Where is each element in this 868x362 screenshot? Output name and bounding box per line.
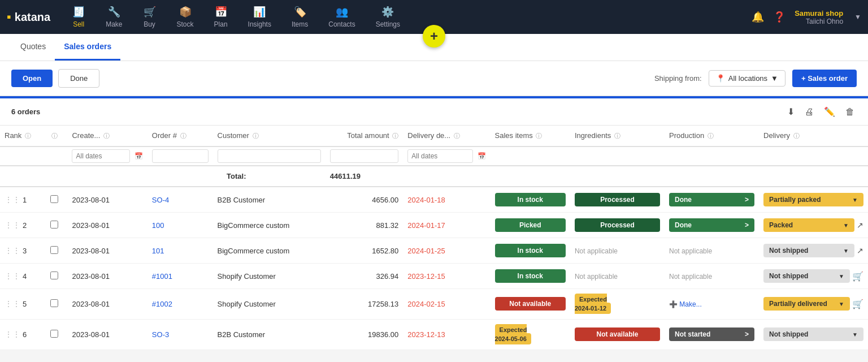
- row-order[interactable]: #1002: [147, 289, 213, 320]
- delivery-calendar-icon[interactable]: 📅: [478, 152, 486, 160]
- row-order[interactable]: SO-3: [147, 319, 213, 350]
- help-icon[interactable]: ❓: [773, 11, 785, 23]
- download-icon[interactable]: ⬇: [785, 104, 797, 119]
- production-not-started-btn[interactable]: Not started >: [669, 327, 754, 341]
- order-link[interactable]: 100: [152, 221, 164, 230]
- created-calendar-icon[interactable]: 📅: [134, 152, 143, 160]
- delivery-date-value: 2024-01-17: [407, 221, 445, 230]
- nav-contacts[interactable]: 👥 Contacts: [318, 1, 365, 33]
- row-production: Not applicable: [665, 264, 759, 289]
- row-order[interactable]: 101: [147, 238, 213, 264]
- bell-icon[interactable]: 🔔: [752, 11, 764, 23]
- shop-info[interactable]: Samurai shop Taiichi Ohno: [795, 9, 843, 25]
- open-filter-button[interactable]: Open: [11, 70, 53, 87]
- delete-icon[interactable]: 🗑: [843, 105, 857, 119]
- delivery-status-btn[interactable]: Not shipped ▼: [763, 269, 850, 283]
- print-icon[interactable]: 🖨: [802, 105, 816, 119]
- delivery-status-btn[interactable]: Packed ▼: [763, 218, 854, 232]
- order-link[interactable]: 101: [152, 247, 164, 255]
- nav-insights[interactable]: 📊 Insights: [238, 1, 281, 33]
- delivery-arrow-icon: ▼: [852, 197, 858, 203]
- order-link[interactable]: #1002: [152, 300, 172, 308]
- created-info-icon[interactable]: ⓘ: [103, 132, 110, 139]
- contacts-icon: 👥: [336, 6, 348, 18]
- col-header-info: ⓘ: [46, 126, 68, 146]
- drag-handle[interactable]: ⋮⋮: [5, 272, 20, 281]
- delivery-status-info-icon[interactable]: ⓘ: [793, 132, 800, 139]
- row-ingredients: Processed: [570, 213, 665, 238]
- tab-quotes[interactable]: Quotes: [11, 34, 55, 61]
- shop-chevron-icon[interactable]: ▼: [854, 13, 861, 21]
- nav-stock[interactable]: 📦 Stock: [167, 1, 204, 33]
- nav-items-menu[interactable]: 🏷️ Items: [281, 1, 318, 33]
- tab-sales-orders[interactable]: Sales orders: [55, 34, 120, 61]
- delivery-status-btn[interactable]: Not shipped ▼: [763, 327, 863, 341]
- created-date-filter[interactable]: [72, 149, 129, 163]
- row-order[interactable]: 100: [147, 213, 213, 238]
- delivery-status-btn[interactable]: Partially delivered ▼: [763, 297, 850, 311]
- location-dropdown[interactable]: 📍 All locations ▼: [709, 70, 785, 87]
- nav-sell[interactable]: 🧾 Sell: [62, 1, 96, 33]
- total-empty-2: [46, 166, 68, 187]
- nav-plan[interactable]: 📅 Plan: [204, 1, 238, 33]
- row-rank: 3: [23, 247, 27, 255]
- production-done-btn[interactable]: Done >: [669, 193, 754, 206]
- nav-make[interactable]: 🔧 Make: [96, 1, 132, 33]
- ingredients-info-icon[interactable]: ⓘ: [614, 132, 620, 139]
- ingredients-badge: Expected2024-01-12: [575, 294, 611, 314]
- row-amount: 1652.80: [326, 238, 403, 264]
- nav-buy[interactable]: 🛒 Buy: [133, 1, 167, 33]
- production-info-icon[interactable]: ⓘ: [708, 132, 714, 139]
- drag-handle[interactable]: ⋮⋮: [5, 195, 20, 204]
- nav-settings[interactable]: ⚙️ Settings: [366, 1, 410, 33]
- drag-handle-cell: ⋮⋮1: [0, 187, 46, 213]
- row-checkbox[interactable]: [50, 221, 58, 229]
- filter-delivery-status: [759, 146, 868, 166]
- drag-handle[interactable]: ⋮⋮: [5, 221, 20, 230]
- row-delivery-date: 2024-01-25: [403, 238, 490, 264]
- add-button[interactable]: +: [423, 25, 445, 48]
- edit-icon[interactable]: ✏️: [822, 104, 837, 119]
- row-delivery-date: 2024-01-18: [403, 187, 490, 213]
- amount-filter[interactable]: [330, 149, 399, 163]
- delivery-date-info-icon[interactable]: ⓘ: [454, 132, 460, 139]
- sales-info-icon[interactable]: ⓘ: [536, 132, 542, 139]
- row-production: Not started >: [665, 319, 759, 350]
- row-checkbox[interactable]: [50, 195, 58, 203]
- delivery-status-btn[interactable]: Not shipped ▼: [763, 244, 854, 257]
- table-row: ⋮⋮52023-08-01#1002Shopify Customer17258.…: [0, 289, 868, 320]
- row-info-icon[interactable]: ⓘ: [51, 132, 58, 139]
- row-checkbox[interactable]: [50, 330, 58, 338]
- row-order[interactable]: #1001: [147, 264, 213, 289]
- row-order[interactable]: SO-4: [147, 187, 213, 213]
- drag-handle[interactable]: ⋮⋮: [5, 299, 20, 308]
- delivery-date-filter[interactable]: [407, 149, 472, 163]
- order-filter[interactable]: [152, 149, 209, 163]
- drag-handle[interactable]: ⋮⋮: [5, 330, 20, 339]
- order-link[interactable]: #1001: [152, 272, 172, 281]
- export-icon: ↗: [857, 221, 863, 230]
- row-checkbox[interactable]: [50, 272, 58, 279]
- order-info-icon[interactable]: ⓘ: [180, 132, 186, 139]
- row-checkbox[interactable]: [50, 246, 58, 254]
- row-amount: 326.94: [326, 264, 403, 289]
- total-row: Total: 44611.19: [0, 166, 868, 187]
- row-amount: 881.32: [326, 213, 403, 238]
- rank-info-icon[interactable]: ⓘ: [25, 132, 31, 139]
- delivery-status-btn[interactable]: Partially packed ▼: [763, 193, 863, 206]
- row-checkbox[interactable]: [50, 299, 58, 307]
- production-make-btn[interactable]: ➕ Make...: [669, 300, 702, 308]
- col-header-order: Order # ⓘ: [147, 126, 213, 146]
- done-filter-button[interactable]: Done: [58, 69, 99, 88]
- export-icon: ↗: [857, 246, 863, 255]
- table-row: ⋮⋮12023-08-01SO-4B2B Customer4656.002024…: [0, 187, 868, 213]
- order-link[interactable]: SO-3: [152, 330, 169, 339]
- production-done-btn[interactable]: Done >: [669, 218, 754, 232]
- amount-info-icon[interactable]: ⓘ: [392, 132, 398, 139]
- order-link[interactable]: SO-4: [152, 196, 169, 204]
- row-sales-items: In stock: [491, 264, 570, 289]
- customer-filter[interactable]: [218, 149, 321, 163]
- drag-handle[interactable]: ⋮⋮: [5, 246, 20, 255]
- customer-info-icon[interactable]: ⓘ: [253, 132, 259, 139]
- new-sales-order-button[interactable]: + Sales order: [792, 70, 857, 87]
